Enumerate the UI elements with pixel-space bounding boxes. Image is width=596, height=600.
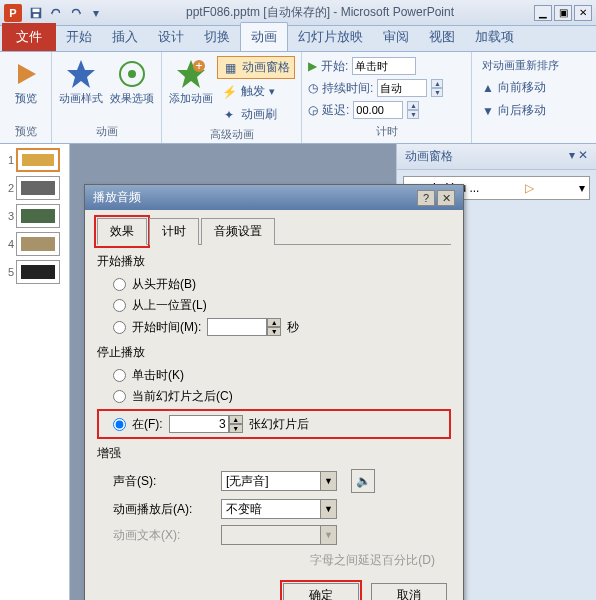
tab-animations[interactable]: 动画 (240, 22, 288, 51)
redo-icon[interactable] (68, 5, 84, 21)
after-anim-label: 动画播放后(A): (113, 501, 213, 518)
delay-spinner[interactable]: ▲▼ (407, 101, 419, 119)
duration-icon: ◷ (308, 81, 318, 95)
delay-input[interactable] (353, 101, 403, 119)
tab-audio-settings[interactable]: 音频设置 (201, 218, 275, 245)
chevron-down-icon: ▼ (321, 525, 337, 545)
chevron-down-icon[interactable]: ▼ (321, 471, 337, 491)
radio-on-click[interactable] (113, 369, 126, 382)
tab-insert[interactable]: 插入 (102, 23, 148, 51)
stop-play-label: 停止播放 (97, 344, 451, 361)
delay-icon: ◶ (308, 103, 318, 117)
up-icon: ▲ (482, 81, 494, 95)
minimize-button[interactable]: ▁ (534, 5, 552, 21)
anim-pane-close[interactable]: ▾ ✕ (569, 148, 588, 165)
svg-marker-3 (18, 64, 36, 84)
duration-input[interactable] (377, 79, 427, 97)
cancel-button[interactable]: 取消 (371, 583, 447, 600)
effect-options-button[interactable]: 效果选项 (109, 54, 156, 105)
file-tab[interactable]: 文件 (2, 23, 56, 51)
group-advanced: 高级动画 (168, 125, 295, 144)
slide-thumb[interactable]: 2 (2, 176, 67, 200)
svg-text:+: + (195, 59, 202, 73)
group-timing: 计时 (308, 122, 465, 141)
chevron-down-icon[interactable]: ▼ (321, 499, 337, 519)
start-time-spinner[interactable]: ▲▼ (267, 318, 281, 336)
close-button[interactable]: ✕ (574, 5, 592, 21)
add-anim-icon: + (175, 58, 207, 90)
radio-start-time[interactable] (113, 321, 126, 334)
window-title: pptF086.pptm [自动保存的] - Microsoft PowerPo… (106, 4, 534, 21)
anim-text-combo: ▼ (221, 525, 337, 545)
delay-label: 延迟: (322, 102, 349, 119)
save-icon[interactable] (28, 5, 44, 21)
dialog-close-button[interactable]: ✕ (437, 190, 455, 206)
radio-from-beginning[interactable] (113, 278, 126, 291)
restore-button[interactable]: ▣ (554, 5, 572, 21)
sound-combo[interactable]: [无声音]▼ (221, 471, 337, 491)
anim-style-button[interactable]: 动画样式 (58, 54, 105, 105)
tab-addins[interactable]: 加载项 (465, 23, 524, 51)
svg-marker-4 (67, 60, 95, 88)
app-icon: P (4, 4, 22, 22)
move-later-button[interactable]: ▼向后移动 (478, 100, 590, 121)
radio-after-slides[interactable] (113, 418, 126, 431)
effect-options-icon (116, 58, 148, 90)
svg-rect-1 (33, 8, 40, 12)
preview-button[interactable]: 预览 (6, 54, 45, 105)
slide-thumb[interactable]: 4 (2, 232, 67, 256)
group-anim: 动画 (58, 122, 155, 141)
reorder-label: 对动画重新排序 (478, 56, 590, 75)
group-preview: 预览 (6, 122, 45, 141)
ok-button[interactable]: 确定 (283, 583, 359, 600)
svg-rect-2 (33, 13, 38, 17)
add-anim-button[interactable]: + 添加动画 (168, 54, 213, 105)
slide-thumb[interactable]: 5 (2, 260, 67, 284)
tab-transitions[interactable]: 切换 (194, 23, 240, 51)
dialog-title: 播放音频 (93, 189, 141, 206)
sound-label: 声音(S): (113, 473, 213, 490)
anim-pane-button[interactable]: ▦动画窗格 (217, 56, 295, 79)
slide-thumb[interactable]: 3 (2, 204, 67, 228)
enhance-label: 增强 (97, 445, 451, 462)
lightning-icon: ⚡ (221, 84, 237, 100)
radio-after-current[interactable] (113, 390, 126, 403)
play-icon: ▶ (308, 59, 317, 73)
letter-delay-label: 字母之间延迟百分比(D) (97, 548, 451, 573)
trigger-button[interactable]: ⚡触发 ▾ (217, 81, 295, 102)
down-icon: ▼ (482, 104, 494, 118)
dialog-help-button[interactable]: ? (417, 190, 435, 206)
tab-view[interactable]: 视图 (419, 23, 465, 51)
start-time-input[interactable] (207, 318, 267, 336)
after-anim-combo[interactable]: 不变暗▼ (221, 499, 337, 519)
svg-point-6 (128, 70, 136, 78)
speaker-icon: 🔈 (356, 474, 371, 488)
after-slides-input[interactable] (169, 415, 229, 433)
tab-effect[interactable]: 效果 (97, 218, 147, 245)
anim-text-label: 动画文本(X): (113, 527, 213, 544)
move-earlier-button[interactable]: ▲向前移动 (478, 77, 590, 98)
tab-slideshow[interactable]: 幻灯片放映 (288, 23, 373, 51)
undo-icon[interactable] (48, 5, 64, 21)
star-icon (65, 58, 97, 90)
tab-home[interactable]: 开始 (56, 23, 102, 51)
anim-painter-button[interactable]: ✦动画刷 (217, 104, 295, 125)
tab-review[interactable]: 审阅 (373, 23, 419, 51)
play-small-icon: ▷ (525, 181, 534, 195)
start-input[interactable] (352, 57, 416, 75)
slide-thumb[interactable]: 1 (2, 148, 67, 172)
play-audio-dialog: 播放音频 ?✕ 效果 计时 音频设置 开始播放 从头开始(B) 从上一位置(L)… (84, 184, 464, 600)
duration-spinner[interactable]: ▲▼ (431, 79, 443, 97)
pane-icon: ▦ (222, 60, 238, 76)
start-play-label: 开始播放 (97, 253, 451, 270)
radio-from-last[interactable] (113, 299, 126, 312)
after-slides-spinner[interactable]: ▲▼ (229, 415, 243, 433)
start-label: 开始: (321, 58, 348, 75)
tab-design[interactable]: 设计 (148, 23, 194, 51)
tab-timing[interactable]: 计时 (149, 218, 199, 245)
preview-icon (10, 58, 42, 90)
qat-dropdown-icon[interactable]: ▾ (88, 5, 104, 21)
anim-pane-title: 动画窗格 (405, 148, 453, 165)
speaker-button[interactable]: 🔈 (351, 469, 375, 493)
painter-icon: ✦ (221, 107, 237, 123)
